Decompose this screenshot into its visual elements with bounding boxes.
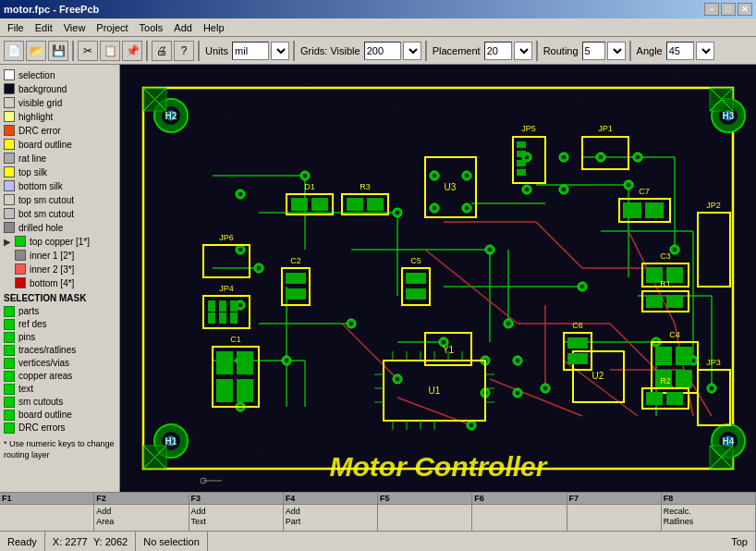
mask-text: text [4, 383, 116, 395]
f2-label: F2 [94, 493, 188, 505]
arrow-icon: ▶ [4, 237, 11, 247]
maximize-button[interactable]: □ [721, 3, 736, 16]
statusbar: Ready X: 2277 Y: 2062 No selection Top [0, 531, 756, 551]
legend-drc-error: DRC error [4, 124, 116, 137]
top-copper-color [15, 236, 26, 247]
visible-grid-label: visible grid [18, 98, 62, 108]
sep6 [536, 41, 538, 61]
svg-text:C2: C2 [290, 256, 301, 265]
svg-rect-218 [676, 370, 692, 388]
menu-tools[interactable]: Tools [134, 20, 169, 35]
angle-dropdown[interactable]: ▼ [696, 42, 714, 60]
inner1-label: inner 1 [2*] [30, 251, 74, 261]
bottom-label: bottom [4*] [30, 278, 74, 288]
menu-edit[interactable]: Edit [30, 20, 58, 35]
toolbar: 📄 📂 💾 ✂ 📋 📌 🖨 ? Units ▼ Grids: Visible ▼… [0, 37, 756, 65]
minimize-button[interactable]: − [704, 3, 719, 16]
inner2-label: inner 2 [3*] [30, 264, 74, 275]
sep7 [629, 41, 631, 61]
f4-key[interactable]: F4 AddPart [284, 493, 378, 531]
routing-dropdown[interactable]: ▼ [607, 42, 626, 60]
f6-key[interactable]: F6 [472, 493, 567, 531]
svg-rect-201 [406, 273, 426, 284]
help-button[interactable]: ? [174, 41, 194, 61]
menu-project[interactable]: Project [91, 20, 133, 35]
placement-dropdown[interactable]: ▼ [514, 42, 532, 60]
svg-point-118 [599, 155, 603, 159]
svg-point-90 [349, 322, 353, 325]
layer-text: Top [731, 536, 748, 547]
close-button[interactable]: ✕ [738, 3, 752, 16]
bot-sm-cutout-label: bot sm cutout [18, 209, 74, 219]
placement-input[interactable] [484, 42, 512, 60]
menu-help[interactable]: Help [198, 20, 230, 35]
legend-board-outline: board outline [4, 138, 116, 151]
svg-rect-180 [219, 300, 226, 312]
svg-text:C7: C7 [639, 187, 650, 196]
status-layer: Top [724, 532, 756, 551]
print-button[interactable]: 🖨 [152, 41, 172, 61]
f3-text: AddText [189, 505, 283, 529]
routing-input[interactable] [582, 42, 605, 60]
svg-point-74 [488, 248, 492, 251]
f5-key[interactable]: F5 [378, 493, 472, 531]
legend-highlight: highlight [4, 110, 116, 123]
svg-rect-170 [517, 169, 526, 176]
f7-key[interactable]: F7 [567, 493, 662, 531]
svg-point-106 [238, 248, 242, 251]
drc-error-label: DRC error [18, 126, 61, 136]
placement-label: Placement [433, 45, 481, 56]
grids-input[interactable] [364, 42, 401, 60]
svg-rect-226 [645, 202, 664, 218]
f7-text [567, 505, 661, 508]
mask-pins: pins [4, 331, 116, 343]
mask-traces-color [4, 345, 15, 356]
mask-board-outline-label: board outline [18, 410, 72, 420]
menu-view[interactable]: View [58, 20, 91, 35]
svg-point-126 [433, 174, 436, 178]
f4-text: AddPart [284, 505, 377, 529]
svg-rect-217 [676, 347, 692, 365]
units-dropdown[interactable]: ▼ [271, 42, 289, 60]
svg-rect-230 [666, 295, 683, 308]
sep4 [293, 41, 295, 61]
f3-key[interactable]: F3 AddText [189, 493, 284, 531]
f8-key[interactable]: F8 Recalc.Ratlines [662, 493, 756, 531]
left-panel: selection background visible grid highli… [0, 65, 120, 492]
sep2 [146, 41, 148, 61]
cut-button[interactable]: ✂ [78, 41, 98, 61]
open-button[interactable]: 📂 [26, 41, 46, 61]
menu-file[interactable]: File [2, 20, 30, 35]
save-button[interactable]: 💾 [48, 41, 68, 61]
svg-point-70 [303, 174, 307, 178]
svg-point-4 [396, 105, 398, 107]
paste-button[interactable]: 📌 [122, 41, 142, 61]
units-input[interactable] [232, 42, 269, 60]
legend-drilled-hole: drilled hole [4, 221, 116, 234]
menu-add[interactable]: Add [168, 20, 198, 35]
svg-text:C4: C4 [669, 330, 680, 339]
mask-refdes-label: ref des [18, 319, 47, 329]
svg-text:C6: C6 [572, 321, 583, 330]
svg-text:JP6: JP6 [219, 233, 234, 242]
mask-copper-areas-label: copper areas [18, 371, 72, 381]
ready-text: Ready [7, 536, 37, 547]
titlebar: motor.fpc - FreePcb − □ ✕ [0, 0, 756, 18]
svg-rect-193 [347, 198, 363, 211]
y-label: Y: [93, 536, 103, 547]
f1-key[interactable]: F1 [0, 493, 94, 531]
svg-text:C1: C1 [230, 335, 241, 344]
highlight-label: highlight [18, 112, 53, 122]
main-area: selection background visible grid highli… [0, 65, 756, 492]
drilled-hole-label: drilled hole [18, 223, 63, 233]
f2-key[interactable]: F2 AddArea [94, 493, 189, 531]
pcb-canvas[interactable]: H2 H3 H1 H4 [120, 65, 756, 492]
angle-input[interactable] [666, 42, 694, 60]
svg-point-124 [562, 188, 566, 191]
legend-inner1: inner 1 [2*] [4, 249, 116, 262]
new-button[interactable]: 📄 [4, 41, 24, 61]
copy-button[interactable]: 📋 [100, 41, 120, 61]
grids-dropdown[interactable]: ▼ [403, 42, 421, 60]
top-sm-cutout-label: top sm cutout [18, 195, 74, 205]
mask-sm-cutouts-color [4, 397, 15, 408]
